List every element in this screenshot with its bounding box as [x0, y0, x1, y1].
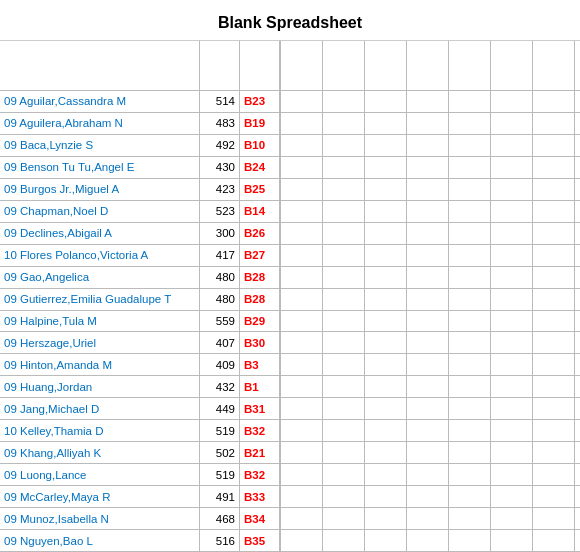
- right-cell: [407, 464, 449, 485]
- data-rows: 09 Aguilar,Cassandra M514B2309 Aguilera,…: [0, 91, 280, 552]
- right-cell: [323, 179, 365, 200]
- right-table-row: [281, 179, 580, 201]
- right-cell: [575, 157, 580, 178]
- right-cell: [407, 530, 449, 551]
- right-cell: [449, 311, 491, 332]
- right-cell: [449, 245, 491, 266]
- cell-num: 523: [200, 201, 240, 222]
- right-cell: [449, 223, 491, 244]
- right-cell: [281, 464, 323, 485]
- right-cell: [449, 179, 491, 200]
- right-cell: [533, 289, 575, 310]
- cell-name: 09 Declines,Abigail A: [0, 223, 200, 244]
- cell-code: B31: [240, 398, 280, 419]
- right-table-row: [281, 311, 580, 333]
- right-col-header-2: [365, 41, 407, 91]
- right-cell: [533, 354, 575, 375]
- right-cell: [491, 420, 533, 441]
- cell-name: 09 Jang,Michael D: [0, 398, 200, 419]
- cell-code: B3: [240, 354, 280, 375]
- right-cell: [575, 113, 580, 134]
- right-cell: [407, 157, 449, 178]
- right-cell: [365, 398, 407, 419]
- cell-name: 09 Aguilera,Abraham N: [0, 113, 200, 134]
- right-cell: [323, 245, 365, 266]
- table-row: 09 Benson Tu Tu,Angel E430B24: [0, 157, 280, 179]
- col-headers: [0, 41, 280, 91]
- right-cell: [281, 157, 323, 178]
- cell-code: B19: [240, 113, 280, 134]
- table-row: 09 Halpine,Tula M559B29: [0, 311, 280, 333]
- right-cell: [323, 420, 365, 441]
- right-cell: [533, 113, 575, 134]
- right-cell: [449, 91, 491, 112]
- right-cell: [491, 530, 533, 551]
- cell-name: 09 Luong,Lance: [0, 464, 200, 485]
- right-cell: [491, 113, 533, 134]
- right-cell: [407, 376, 449, 397]
- right-cell: [575, 91, 580, 112]
- table-row: 09 Baca,Lynzie S492B10: [0, 135, 280, 157]
- cell-num: 423: [200, 179, 240, 200]
- right-cell: [449, 113, 491, 134]
- right-cell: [323, 157, 365, 178]
- cell-num: 407: [200, 332, 240, 353]
- right-table-row: [281, 245, 580, 267]
- right-cell: [533, 442, 575, 463]
- right-cell: [281, 376, 323, 397]
- cell-code: B28: [240, 289, 280, 310]
- right-cell: [365, 486, 407, 507]
- right-cell: [281, 530, 323, 551]
- right-cell: [491, 157, 533, 178]
- right-cell: [575, 245, 580, 266]
- table-row: 09 Huang,Jordan432B1: [0, 376, 280, 398]
- right-cell: [281, 245, 323, 266]
- right-cell: [407, 135, 449, 156]
- cell-name: 10 Kelley,Thamia D: [0, 420, 200, 441]
- right-table-row: [281, 530, 580, 552]
- right-cell: [491, 267, 533, 288]
- cell-name: 09 Halpine,Tula M: [0, 311, 200, 332]
- table-row: 09 Declines,Abigail A300B26: [0, 223, 280, 245]
- cell-num: 559: [200, 311, 240, 332]
- table-row: 09 Gao,Angelica480B28: [0, 267, 280, 289]
- right-cell: [449, 267, 491, 288]
- right-cell: [491, 376, 533, 397]
- right-table-row: [281, 267, 580, 289]
- right-table-row: [281, 91, 580, 113]
- right-cell: [575, 223, 580, 244]
- right-col-header-6: [533, 41, 575, 91]
- table-row: 09 Gutierrez,Emilia Guadalupe T480B28: [0, 289, 280, 311]
- right-cell: [365, 157, 407, 178]
- cell-name: 09 Chapman,Noel D: [0, 201, 200, 222]
- right-cell: [365, 508, 407, 529]
- right-cell: [449, 201, 491, 222]
- right-cell: [407, 398, 449, 419]
- table-row: 09 Nguyen,Bao L516B35: [0, 530, 280, 552]
- right-cell: [281, 113, 323, 134]
- name-col-header: [0, 41, 200, 90]
- right-table-row: [281, 354, 580, 376]
- right-cell: [323, 135, 365, 156]
- cell-code: B21: [240, 442, 280, 463]
- right-cell: [365, 201, 407, 222]
- right-cell: [491, 398, 533, 419]
- cell-name: 09 Huang,Jordan: [0, 376, 200, 397]
- cell-code: B35: [240, 530, 280, 551]
- left-panel: 09 Aguilar,Cassandra M514B2309 Aguilera,…: [0, 41, 280, 552]
- right-cell: [281, 267, 323, 288]
- right-cell: [365, 311, 407, 332]
- right-cell: [533, 201, 575, 222]
- right-cell: [281, 91, 323, 112]
- right-cell: [575, 289, 580, 310]
- right-cell: [323, 201, 365, 222]
- right-col-header-1: [323, 41, 365, 91]
- right-cell: [407, 223, 449, 244]
- right-cell: [491, 223, 533, 244]
- cell-num: 491: [200, 486, 240, 507]
- cell-num: 430: [200, 157, 240, 178]
- right-table-row: [281, 376, 580, 398]
- right-cell: [407, 201, 449, 222]
- table-row: 09 Hinton,Amanda M409B3: [0, 354, 280, 376]
- right-cell: [323, 354, 365, 375]
